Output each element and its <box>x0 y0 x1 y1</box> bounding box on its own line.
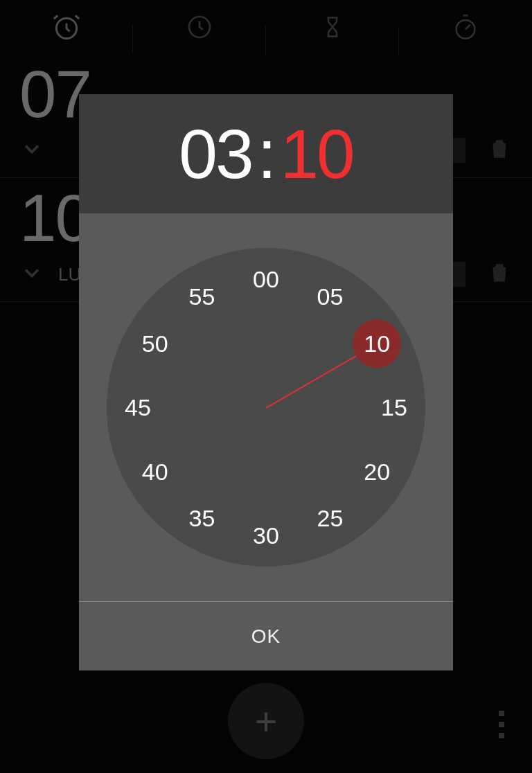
minute-tick-35[interactable]: 35 <box>181 504 223 532</box>
minute-tick-15[interactable]: 15 <box>373 393 415 421</box>
minute-tick-50[interactable]: 50 <box>134 330 176 357</box>
clock-hand <box>266 347 371 409</box>
dialog-actions: OK <box>79 601 453 670</box>
minute-tick-20[interactable]: 20 <box>356 458 398 486</box>
minute-tick-30[interactable]: 30 <box>245 522 287 549</box>
time-picker-dialog: 03 : 10 000510152025303540455055 OK <box>79 94 453 670</box>
time-colon: : <box>258 114 275 194</box>
minute-tick-05[interactable]: 05 <box>310 283 351 310</box>
time-display: 03 : 10 <box>79 94 453 213</box>
minute-tick-40[interactable]: 40 <box>134 458 176 486</box>
minute-tick-10[interactable]: 10 <box>356 330 398 357</box>
minute-value[interactable]: 10 <box>280 114 353 194</box>
ok-button[interactable]: OK <box>251 625 281 648</box>
minute-tick-00[interactable]: 00 <box>245 265 287 293</box>
clock-face-area: 000510152025303540455055 <box>79 213 453 601</box>
minute-tick-55[interactable]: 55 <box>181 283 223 310</box>
minute-tick-45[interactable]: 45 <box>117 393 159 421</box>
clock-face[interactable]: 000510152025303540455055 <box>107 248 425 567</box>
hour-value[interactable]: 03 <box>179 114 251 194</box>
minute-tick-25[interactable]: 25 <box>310 504 351 532</box>
